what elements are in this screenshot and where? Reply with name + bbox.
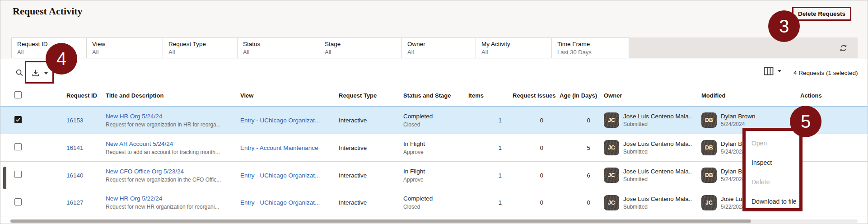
owner-cell: JC Jose Luis Centeno Mala.. Submitted <box>604 112 701 128</box>
request-title-link[interactable]: New AR Account 5/24/24 <box>106 140 240 147</box>
filter-tile[interactable]: Request Type All <box>163 37 238 58</box>
col-header-view[interactable]: View <box>240 92 339 99</box>
select-all-checkbox[interactable] <box>14 91 22 98</box>
title-description-cell: New AR Account 5/24/24 Request to add an… <box>106 140 240 155</box>
row-checkbox[interactable] <box>14 116 22 123</box>
status-value: Completed <box>403 113 468 120</box>
manage-columns-button[interactable] <box>764 67 781 75</box>
filter-value: All <box>243 49 319 56</box>
request-type-value: Interactive <box>339 199 403 206</box>
row-checkbox[interactable] <box>14 198 22 205</box>
row-checkbox[interactable] <box>14 143 22 150</box>
status-value: In Flight <box>403 168 468 175</box>
col-header-title[interactable]: Title and Description <box>106 92 240 99</box>
search-button[interactable] <box>15 69 24 77</box>
request-issues-count: 0 <box>513 145 560 151</box>
delete-requests-button[interactable]: Delete Requests <box>798 10 845 17</box>
request-title-link[interactable]: New HR Org 5/22/24 <box>106 195 240 202</box>
filter-label: Request Type <box>168 41 237 47</box>
filter-tile[interactable]: View All <box>87 37 163 58</box>
avatar: DB <box>701 168 717 183</box>
filter-label: My Activity <box>481 41 551 47</box>
items-count: 1 <box>468 199 513 206</box>
horizontal-scrollbar-thumb[interactable] <box>10 219 751 223</box>
filter-tile[interactable]: Owner All <box>402 37 476 58</box>
owner-cell: JC Jose Luis Centeno Mala.. Submitted <box>604 140 701 155</box>
view-link[interactable]: Entry - UChicago Organizat... <box>240 172 339 179</box>
filter-bar: Request ID All View All Request Type All… <box>11 37 858 58</box>
modified-date: 5/24/2024 <box>721 121 756 127</box>
row-checkbox[interactable] <box>14 171 22 178</box>
request-id-link[interactable]: 16127 <box>61 199 106 206</box>
requests-table: Request ID Title and Description View Re… <box>0 85 868 216</box>
request-issues-count: 0 <box>513 117 560 124</box>
refresh-icon[interactable] <box>839 44 848 52</box>
table-row[interactable]: 16141 New AR Account 5/24/24 Request to … <box>0 134 868 161</box>
delete-requests-annotation-box: Delete Requests <box>792 7 851 21</box>
filter-tile[interactable]: My Activity All <box>476 37 552 58</box>
title-description-cell: New HR Org 5/24/24 Request for new organ… <box>106 113 240 128</box>
items-count: 1 <box>468 145 513 151</box>
table-row[interactable]: 16153 New HR Org 5/24/24 Request for new… <box>0 106 868 134</box>
columns-icon <box>764 67 774 75</box>
view-link[interactable]: Entry - UChicago Organizat... <box>240 117 339 124</box>
annotation-step-5: 5 <box>790 106 821 137</box>
filter-bar-filler <box>629 37 858 58</box>
owner-cell: JC Jose Luis Centeno Mala.. Submitted <box>604 168 701 183</box>
filter-label: Stage <box>325 41 401 47</box>
filter-tile[interactable]: Time Frame Last 30 Days <box>552 37 629 58</box>
avatar: JC <box>701 195 717 210</box>
current-row-indicator <box>3 167 6 189</box>
filter-tile[interactable]: Status All <box>238 37 319 58</box>
col-header-status-stage[interactable]: Status and Stage <box>403 92 468 99</box>
col-header-age[interactable]: Age (In Days) <box>560 92 604 99</box>
col-header-actions[interactable]: Actions <box>800 92 858 99</box>
avatar: JC <box>604 168 619 183</box>
filter-tile[interactable]: Stage All <box>319 37 402 58</box>
request-id-link[interactable]: 16153 <box>61 117 106 124</box>
table-row[interactable]: 16140 New CFO Office Org 5/23/24 Request… <box>0 161 868 189</box>
status-stage-cell: In Flight Approve <box>403 140 468 155</box>
status-stage-cell: Completed Closed <box>403 195 468 210</box>
view-link[interactable]: Entry - UChicago Organizat... <box>240 199 339 206</box>
request-id-link[interactable]: 16141 <box>61 145 106 151</box>
context-menu-item[interactable]: Open <box>751 134 799 153</box>
table-header-row: Request ID Title and Description View Re… <box>0 85 868 106</box>
request-type-value: Interactive <box>339 117 403 124</box>
age-in-days: 5 <box>560 145 604 151</box>
row-actions-context-menu: Open Inspect Delete Download to file <box>742 128 803 211</box>
avatar: DB <box>701 140 717 155</box>
owner-cell: JC Jose Luis Centeno Mala.. Submitted <box>604 195 701 210</box>
request-title-link[interactable]: New HR Org 5/24/24 <box>106 113 240 120</box>
col-header-request-issues[interactable]: Request Issues <box>513 92 560 99</box>
context-menu-item[interactable]: Delete <box>751 173 799 192</box>
status-stage-cell: Completed Closed <box>403 113 468 128</box>
request-activity-page: Request Activity Delete Requests Request… <box>0 0 868 224</box>
view-link[interactable]: Entry - Account Maintenance <box>240 145 339 151</box>
col-header-modified[interactable]: Modified <box>701 92 800 99</box>
col-header-request-id[interactable]: Request ID <box>61 92 106 99</box>
filter-label: View <box>92 41 163 47</box>
owner-name: Jose Luis Centeno Mala.. <box>623 168 692 175</box>
request-title-link[interactable]: New CFO Office Org 5/23/24 <box>106 168 240 175</box>
status-value: Completed <box>403 195 468 202</box>
request-id-link[interactable]: 16140 <box>61 172 106 179</box>
context-menu-item[interactable]: Inspect <box>751 153 799 173</box>
context-menu-item[interactable]: Download to file <box>751 192 799 211</box>
chevron-down-icon <box>778 70 781 72</box>
request-description: Request for new organization in the CFO … <box>106 177 240 183</box>
status-value: In Flight <box>403 140 468 147</box>
modified-cell: DB Dylan Brown 5/24/2024 <box>701 112 800 128</box>
col-header-items[interactable]: Items <box>468 92 513 99</box>
col-header-owner[interactable]: Owner <box>604 92 701 99</box>
annotation-step-3: 3 <box>768 10 800 42</box>
stage-value: Approve <box>403 149 468 155</box>
request-description: Request for new organization in HR for r… <box>106 121 240 128</box>
table-row[interactable]: 16127 New HR Org 5/22/24 Request for new… <box>0 189 868 216</box>
owner-status: Submitted <box>623 149 692 155</box>
avatar: JC <box>604 195 619 210</box>
request-type-value: Interactive <box>339 172 403 179</box>
stage-value: Approve <box>403 177 468 183</box>
items-count: 1 <box>468 117 513 124</box>
col-header-request-type[interactable]: Request Type <box>339 92 403 99</box>
